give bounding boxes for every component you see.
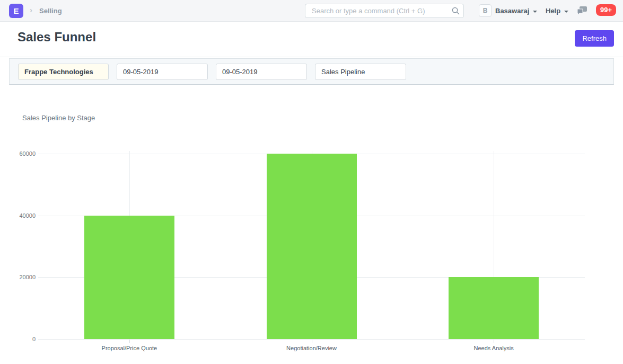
breadcrumb-chevron-icon: › [30,5,32,14]
chevron-down-icon [533,11,537,13]
chart-x-axis-tick [129,339,130,343]
chevron-down-icon [564,11,568,13]
search-input[interactable] [305,4,464,18]
from-date-filter[interactable] [117,64,208,80]
chart-bar-2[interactable] [267,154,357,339]
page-title: Sales Funnel [17,30,96,45]
chat-icon[interactable] [577,6,587,15]
chart-y-tick-label: 40000 [0,212,36,219]
chart-gridline-horizontal [38,339,585,340]
sales-funnel-chart: Sales Pipeline by Stage 0200004000060000… [0,85,623,364]
chart-plot-area: 0200004000060000Proposal/Price QuoteNego… [0,85,623,364]
chart-y-tick-label: 0 [0,336,36,342]
global-search [305,4,464,18]
refresh-button[interactable]: Refresh [575,30,614,47]
chart-x-axis-tick [494,339,494,343]
chart-bar-1[interactable] [84,216,174,339]
chart-x-tick-label: Negotiation/Review [232,345,391,351]
company-filter[interactable] [18,64,109,80]
help-label: Help [546,7,560,15]
avatar-letter: B [483,7,488,14]
chart-y-tick-label: 60000 [0,150,36,157]
search-icon [452,7,460,15]
chart-type-filter[interactable] [315,64,406,80]
page-head: Sales Funnel Refresh [0,22,623,57]
chart-y-tick-label: 20000 [0,274,36,280]
navbar: E › Selling B Basawaraj Help 99+ [0,0,623,22]
filter-section [9,58,614,85]
notifications-badge[interactable]: 99+ [596,4,616,16]
chart-bar-3[interactable] [449,277,539,339]
chart-x-tick-label: Proposal/Price Quote [50,345,209,351]
help-menu-toggle[interactable]: Help [546,7,568,15]
to-date-filter[interactable] [216,64,307,80]
app-logo[interactable]: E [9,4,23,18]
avatar[interactable]: B [479,4,492,17]
chart-x-axis-tick [312,339,312,343]
breadcrumb-selling[interactable]: Selling [39,7,62,15]
user-menu-toggle[interactable]: Basawaraj [495,7,537,15]
chart-x-tick-label: Needs Analysis [414,345,573,351]
user-name: Basawaraj [495,7,529,15]
app-logo-letter: E [13,6,19,15]
